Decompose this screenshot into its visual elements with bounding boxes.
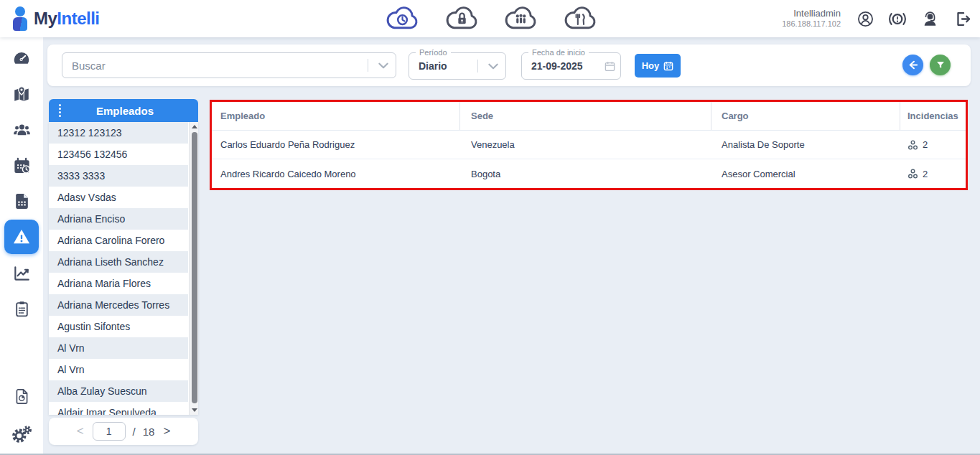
cell-cargo: Asesor Comercial xyxy=(711,159,900,188)
incidencias-count: 2 xyxy=(923,169,928,179)
list-item[interactable]: Agustin Sifontes xyxy=(49,316,188,337)
cell-empleado: Carlos Eduardo Peña Rodriguez xyxy=(212,131,460,159)
myintelli-logo[interactable]: MyIntelli xyxy=(11,6,100,31)
list-item[interactable]: Adasv Vsdas xyxy=(49,187,188,208)
user-ip: 186.188.117.102 xyxy=(782,19,841,29)
list-item[interactable]: Adriana Enciso xyxy=(49,208,188,230)
cell-incidencias: 2 xyxy=(900,131,966,159)
hr-people-cloud-icon[interactable] xyxy=(502,4,539,33)
scrollbar-thumb[interactable] xyxy=(192,132,197,403)
logout-icon[interactable] xyxy=(953,9,971,28)
cell-cargo: Analista De Soporte xyxy=(711,131,900,159)
column-header-incidencias: Incidencias xyxy=(900,102,966,130)
period-value: Diario xyxy=(409,60,477,72)
employees-panel-title: Empleados xyxy=(70,105,198,117)
apply-filter-button[interactable] xyxy=(930,55,951,75)
period-select[interactable]: Período Diario xyxy=(409,52,506,80)
alerts-icon[interactable] xyxy=(888,9,907,28)
table-body: Carlos Eduardo Peña Rodriguez Venezuela … xyxy=(212,131,966,188)
employees-group-icon[interactable] xyxy=(0,121,43,140)
funnel-icon xyxy=(935,60,946,70)
employees-pagination: < / 18 > xyxy=(49,418,198,445)
documents-grid-icon[interactable] xyxy=(0,192,43,210)
map-locations-icon[interactable] xyxy=(0,85,43,103)
list-item[interactable]: Adriana Carolina Forero xyxy=(49,230,188,251)
list-item[interactable]: 3333 3333 xyxy=(49,165,188,187)
column-header-cargo: Cargo xyxy=(711,102,900,130)
app-screen: MyIntelli xyxy=(0,0,980,455)
cloud-module-nav xyxy=(383,0,599,37)
list-item[interactable]: Alba Zulay Suescun xyxy=(49,380,188,402)
topbar: MyIntelli xyxy=(0,0,980,37)
main-content: Período Diario Fecha de inicio 21-09-202… xyxy=(43,37,980,455)
start-date-field[interactable]: Fecha de inicio 21-09-2025 xyxy=(521,52,621,80)
divider xyxy=(368,59,368,72)
sidebar xyxy=(0,37,43,455)
time-attendance-cloud-icon[interactable] xyxy=(383,4,421,33)
logo-text: MyIntelli xyxy=(34,10,100,27)
arrow-left-icon xyxy=(907,60,918,70)
list-item[interactable]: Adriana Maria Flores xyxy=(49,273,188,294)
cell-empleado: Andres Ricardo Caicedo Moreno xyxy=(212,159,460,188)
incidents-table: Empleado Sede Cargo Incidencias Carlos E… xyxy=(210,100,968,190)
column-header-sede: Sede xyxy=(460,102,711,130)
period-label: Período xyxy=(416,48,451,57)
table-row[interactable]: Carlos Eduardo Peña Rodriguez Venezuela … xyxy=(212,131,966,159)
tasks-clipboard-icon[interactable] xyxy=(0,300,43,318)
list-item[interactable]: Aldair Imar Sepulveda xyxy=(49,402,188,415)
start-date-value: 21-09-2025 xyxy=(522,60,599,72)
list-item[interactable]: Al Vrn xyxy=(49,337,188,359)
list-item[interactable]: Adriana Liseth Sanchez xyxy=(49,251,188,273)
table-row[interactable]: Andres Ricardo Caicedo Moreno Bogota Ase… xyxy=(212,159,966,188)
employees-list: 12312 123123 123456 132456 3333 3333 Ada… xyxy=(49,122,198,415)
org-chart-icon xyxy=(907,140,918,150)
incidencias-count: 2 xyxy=(923,139,928,150)
column-header-empleado: Empleado xyxy=(212,102,460,130)
calendar-icon xyxy=(663,61,673,71)
list-item[interactable]: Al Vrn xyxy=(49,359,188,380)
logo-person-icon xyxy=(11,6,30,31)
total-pages: 18 xyxy=(143,426,155,438)
reports-chart-icon[interactable] xyxy=(0,264,43,283)
user-area: Intelliadmin 186.188.117.102 xyxy=(782,0,971,37)
cell-incidencias: 2 xyxy=(900,159,966,188)
employees-panel: Empleados 12312 123123 123456 132456 333… xyxy=(49,99,198,415)
panel-menu-icon[interactable] xyxy=(49,104,70,117)
list-item[interactable]: Adriana Mercedes Torres xyxy=(49,294,188,316)
cell-sede: Bogota xyxy=(460,159,711,188)
page-separator: / xyxy=(133,426,136,438)
schedule-calendar-icon[interactable] xyxy=(0,156,43,176)
back-button[interactable] xyxy=(902,55,923,75)
chevron-down-icon xyxy=(374,62,393,69)
list-item[interactable]: 123456 132456 xyxy=(49,144,188,165)
cell-sede: Venezuela xyxy=(460,131,711,159)
list-scrollbar[interactable] xyxy=(189,122,198,415)
next-page-button[interactable]: > xyxy=(162,424,172,438)
org-chart-icon xyxy=(907,169,918,179)
page-number-input[interactable] xyxy=(93,422,126,441)
search-select[interactable] xyxy=(62,52,396,78)
table-header-row: Empleado Sede Cargo Incidencias xyxy=(212,102,966,131)
calendar-icon[interactable] xyxy=(599,61,620,72)
search-input[interactable] xyxy=(62,60,368,72)
divider xyxy=(477,60,478,72)
support-agent-icon[interactable] xyxy=(920,9,939,28)
incidents-warning-icon-active[interactable] xyxy=(4,220,39,254)
today-button[interactable]: Hoy xyxy=(635,54,681,78)
start-date-label: Fecha de inicio xyxy=(528,48,589,57)
today-button-label: Hoy xyxy=(642,60,660,71)
filter-bar: Período Diario Fecha de inicio 21-09-202… xyxy=(47,44,971,86)
profile-icon[interactable] xyxy=(856,9,874,28)
employees-panel-header: Empleados xyxy=(49,99,198,122)
scroll-up-icon[interactable] xyxy=(190,122,198,131)
user-info: Intelliadmin 186.188.117.102 xyxy=(782,8,841,29)
security-cloud-icon[interactable] xyxy=(443,4,480,33)
settings-gears-icon[interactable] xyxy=(0,423,43,444)
prev-page-button[interactable]: < xyxy=(75,424,85,438)
catering-cloud-icon[interactable] xyxy=(561,4,599,33)
dashboard-icon[interactable] xyxy=(0,49,43,67)
list-item[interactable]: 12312 123123 xyxy=(49,122,188,144)
scroll-down-icon[interactable] xyxy=(190,405,198,415)
report-document-icon[interactable] xyxy=(0,388,43,405)
chevron-down-icon xyxy=(484,63,503,70)
